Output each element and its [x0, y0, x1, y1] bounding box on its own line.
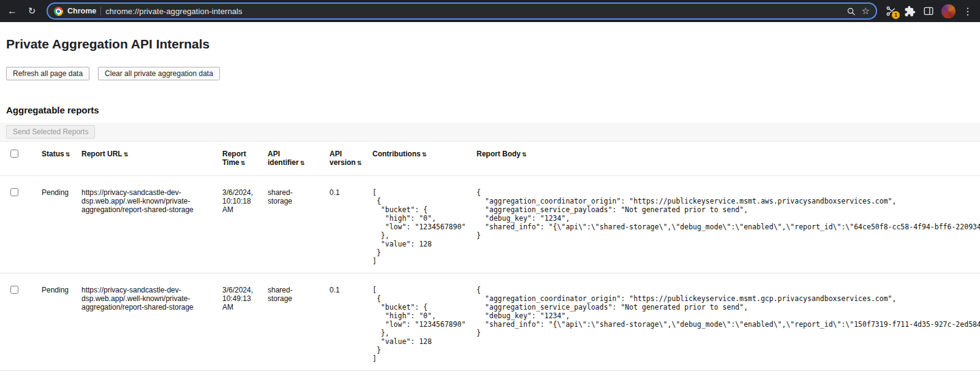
- cell-report-body: { "aggregation_coordinator_origin": "htt…: [477, 286, 965, 337]
- cell-api-identifier: shared-storage: [262, 273, 323, 371]
- table-header-row: Status⇅ Report URL⇅ Report Time⇅ API ide…: [0, 142, 980, 176]
- site-chip-label: Chrome: [67, 7, 96, 15]
- sort-icon: ⇅: [357, 160, 362, 166]
- cell-report-body: { "aggregation_coordinator_origin": "htt…: [477, 188, 965, 240]
- chrome-logo-icon: [54, 7, 63, 16]
- clear-all-button[interactable]: Clear all private aggregation data: [98, 67, 220, 80]
- chip-divider: [100, 7, 101, 15]
- column-header-status[interactable]: Status⇅: [36, 142, 75, 176]
- cell-api-version: 0.1: [323, 176, 366, 273]
- reports-toolbar: Send Selected Reports: [0, 123, 980, 141]
- search-icon[interactable]: [846, 7, 856, 16]
- table-row: Pending https://privacy-sandcastle-dev-d…: [0, 273, 980, 371]
- menu-kebab-icon[interactable]: ⋮: [963, 6, 973, 17]
- column-label: Report URL: [81, 150, 123, 158]
- cell-report-time: 3/6/2024, 10:49:13 AM: [216, 273, 262, 371]
- send-selected-reports-button[interactable]: Send Selected Reports: [6, 125, 95, 139]
- column-header-report-body[interactable]: Report Body⇅: [470, 142, 980, 176]
- sort-icon: ⇅: [422, 151, 427, 158]
- sort-icon: ⇅: [241, 160, 246, 166]
- cell-report-url: https://privacy-sandcastle-dev-dsp.web.a…: [75, 273, 216, 371]
- row-checkbox[interactable]: [10, 188, 18, 196]
- column-header-contributions[interactable]: Contributions⇅: [366, 142, 470, 176]
- page-actions: Refresh all page data Clear all private …: [6, 67, 974, 80]
- sort-icon: ⇅: [300, 160, 305, 166]
- sort-icon: ⇅: [522, 151, 527, 158]
- select-all-checkbox[interactable]: [10, 150, 18, 158]
- column-label: API version: [330, 150, 356, 167]
- column-label: Contributions: [372, 150, 421, 158]
- cell-report-url: https://privacy-sandcastle-dev-dsp.web.a…: [75, 176, 216, 273]
- row-checkbox[interactable]: [10, 286, 18, 294]
- column-label: Report Body: [477, 150, 521, 158]
- url-text[interactable]: chrome://private-aggregation-internals: [105, 7, 842, 16]
- column-label: API identifier: [268, 150, 299, 167]
- table-row: Pending https://privacy-sandcastle-dev-d…: [0, 176, 980, 273]
- sort-icon: ⇅: [124, 151, 129, 158]
- side-panel-icon[interactable]: [923, 6, 934, 17]
- back-icon[interactable]: ←: [4, 2, 21, 20]
- column-header-api-version[interactable]: API version⇅: [323, 142, 366, 176]
- bookmark-star-icon[interactable]: ☆: [862, 6, 870, 17]
- cell-status: Pending: [36, 273, 75, 371]
- browser-toolbar: ← ↻ Chrome chrome://private-aggregation-…: [0, 0, 980, 22]
- column-label: Status: [42, 150, 64, 158]
- page-title: Private Aggregation API Internals: [6, 37, 974, 52]
- extensions-puzzle-icon[interactable]: [904, 6, 916, 17]
- cell-contributions: [ { "bucket": { "high": "0", "low": "123…: [372, 188, 456, 265]
- column-header-report-url[interactable]: Report URL⇅: [75, 142, 216, 176]
- address-bar[interactable]: Chrome chrome://private-aggregation-inte…: [47, 2, 877, 20]
- column-header-api-identifier[interactable]: API identifier⇅: [262, 142, 323, 176]
- cell-api-identifier: shared-storage: [262, 176, 323, 273]
- pinned-extension-icon[interactable]: 1: [886, 6, 897, 17]
- sort-icon: ⇅: [66, 151, 70, 158]
- page-content: Private Aggregation API Internals Refres…: [0, 37, 980, 371]
- profile-avatar[interactable]: [941, 4, 956, 18]
- refresh-all-button[interactable]: Refresh all page data: [6, 67, 89, 80]
- reload-icon[interactable]: ↻: [23, 2, 40, 20]
- cell-contributions: [ { "bucket": { "high": "0", "low": "123…: [372, 286, 456, 363]
- extension-badge: 1: [892, 11, 900, 19]
- cell-status: Pending: [36, 176, 75, 273]
- reports-table: Status⇅ Report URL⇅ Report Time⇅ API ide…: [0, 141, 980, 371]
- cell-api-version: 0.1: [323, 273, 366, 371]
- column-header-report-time[interactable]: Report Time⇅: [216, 142, 262, 176]
- cell-report-time: 3/6/2024, 10:10:18 AM: [216, 176, 262, 273]
- section-title: Aggregatable reports: [6, 105, 974, 115]
